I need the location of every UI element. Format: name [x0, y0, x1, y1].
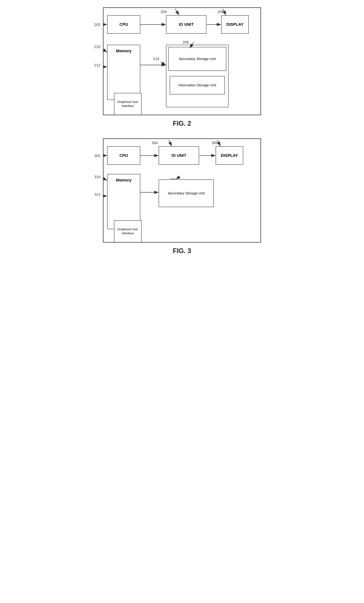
fig3-display-label: DISPLAY: [221, 153, 238, 158]
svg-line-20: [176, 177, 180, 179]
fig2-io-block: IO UNIT: [166, 15, 207, 34]
fig2-display-block: DISPLAY: [221, 15, 249, 34]
ref-210: 210: [94, 45, 100, 49]
fig3-memory-block: Memory Graphical User Interface: [107, 174, 140, 229]
ref-202: 202: [94, 23, 100, 27]
fig3-io-label: IO UNIT: [172, 153, 187, 158]
fig2-info-label: Information Storage Unit: [178, 83, 216, 88]
fig2-secondary-label: Secondary Storage Unit: [179, 57, 216, 61]
ref-212: 212: [94, 63, 100, 67]
fig3-diagram: 302 304 306 308 310 312 CPU Memory Graph…: [103, 139, 249, 242]
fig3-gui-block: Graphical User Interface: [114, 220, 142, 243]
fig3-display-block: DISPLAY: [216, 146, 243, 165]
fig2-secondary-block: Secondary Storage Unit: [168, 47, 226, 71]
fig3-cpu-label: CPU: [120, 153, 128, 158]
fig2-cpu-label: CPU: [120, 22, 128, 27]
fig2-io-label: IO UNIT: [179, 22, 194, 27]
svg-line-5: [103, 48, 107, 52]
ref-302: 302: [94, 154, 100, 158]
fig2-outer-border: 202 204 206 208 210 212 214 CPU Memory G…: [103, 7, 261, 115]
fig3-outer-border: 302 304 306 308 310 312 CPU Memory Graph…: [103, 139, 261, 243]
fig2-display-label: DISPLAY: [226, 22, 243, 27]
fig3-io-block: IO UNIT: [159, 146, 199, 165]
fig2-cpu-block: CPU: [107, 15, 140, 34]
svg-line-7: [175, 9, 179, 15]
fig2-gui-block: Graphical User Interface: [114, 93, 142, 115]
ref-208: 208: [183, 40, 189, 44]
fig3-label: FIG. 3: [173, 247, 191, 255]
ref-204: 204: [161, 10, 166, 14]
fig2-label: FIG. 2: [173, 120, 191, 127]
fig3-memory-label: Memory: [108, 178, 140, 183]
fig3-ssu-label: Secondary Storage Unit: [168, 191, 205, 196]
fig2-diagram: 202 204 206 208 210 212 214 CPU Memory G…: [103, 8, 249, 115]
fig2-info-block: Information Storage Unit: [170, 76, 225, 94]
fig3-ssu-block: Secondary Storage Unit: [159, 179, 214, 207]
svg-line-18: [169, 140, 172, 146]
figure-3-container: 302 304 306 308 310 312 CPU Memory Graph…: [95, 139, 269, 255]
fig3-cpu-block: CPU: [107, 146, 140, 165]
ref-306: 306: [212, 141, 218, 145]
ref-304: 304: [152, 141, 158, 145]
ref-214: 214: [153, 57, 159, 61]
ref-312: 312: [94, 192, 100, 197]
fig2-gui-label: Graphical User Interface: [114, 100, 141, 108]
figure-2-container: 202 204 206 208 210 212 214 CPU Memory G…: [95, 7, 269, 127]
fig2-memory-label: Memory: [108, 48, 140, 54]
svg-line-16: [103, 178, 107, 180]
ref-310: 310: [94, 175, 100, 179]
fig2-memory-block: Memory Graphical User Interface: [107, 45, 140, 100]
fig3-gui-label: Graphical User Interface: [114, 227, 141, 235]
svg-line-10: [161, 62, 166, 65]
svg-line-19: [218, 140, 220, 146]
ref-206: 206: [218, 10, 223, 14]
